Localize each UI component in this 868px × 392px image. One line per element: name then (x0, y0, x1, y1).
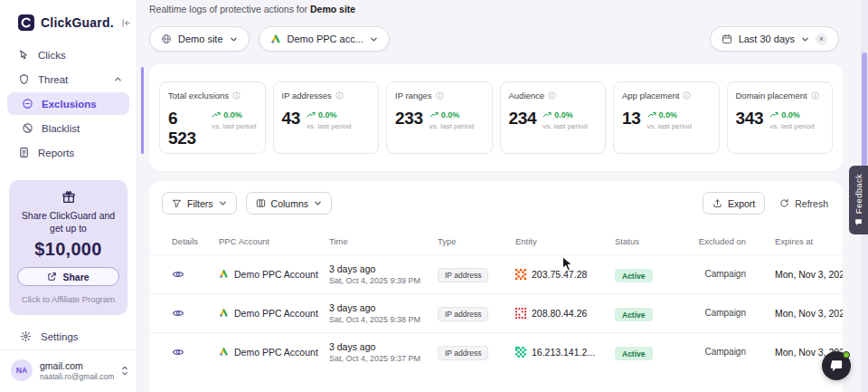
logo-row: ClickGuard. (0, 0, 137, 42)
columns-button[interactable]: Columns (246, 192, 332, 215)
col-header-ppc-account[interactable]: PPC Account (219, 236, 329, 246)
info-icon[interactable] (548, 91, 556, 100)
avatar: NA (11, 359, 33, 381)
trend-up-icon (307, 111, 316, 119)
export-icon (712, 198, 722, 208)
ppc-account-filter-pill[interactable]: Demo PPC acc... (259, 26, 390, 52)
date-range-label: Last 30 days (739, 33, 795, 44)
time-absolute: Sat, Oct 4, 2025 9:38 PM (329, 315, 438, 324)
account-switcher[interactable]: NA gmail.com naatali.ro@gmail.com (0, 349, 137, 392)
share-button[interactable]: Share (17, 267, 119, 286)
stat-vs-label: vs. last period (647, 122, 692, 130)
ban-icon (22, 122, 33, 134)
stat-delta-value: 0.0% (223, 110, 242, 120)
sidebar-item-exclusions[interactable]: Exclusions (7, 92, 129, 115)
sidebar-item-label: Blacklist (42, 123, 80, 134)
chevron-down-icon (314, 199, 322, 207)
stat-delta: 0.0% vs. last period (542, 109, 587, 130)
filter-pills-row: Demo site Demo PPC acc... Last 30 days (149, 26, 839, 52)
stat-value: 13 (622, 109, 641, 129)
stat-delta: 0.0% vs. last period (647, 109, 692, 130)
excluded-on-cell: Campaign (692, 269, 746, 279)
refresh-button-label: Refresh (795, 198, 828, 209)
type-badge: IP address (438, 346, 488, 360)
type-badge: IP address (438, 307, 488, 321)
stat-vs-label: vs. last period (307, 122, 351, 130)
ppc-account-cell: Demo PPC Account (219, 308, 329, 319)
col-header-entity[interactable]: Entity (515, 236, 615, 246)
info-icon[interactable] (232, 91, 241, 100)
settings-label: Settings (41, 331, 79, 342)
toolbar-right-group: Export Refresh (703, 192, 828, 215)
stat-vs-label: vs. last period (429, 122, 474, 130)
filters-button[interactable]: Filters (162, 192, 237, 215)
col-header-expires-at[interactable]: Expires at (746, 236, 834, 246)
site-filter-label: Demo site (178, 33, 223, 44)
stat-label: Audience (509, 91, 545, 100)
col-header-details[interactable]: Details (172, 236, 219, 246)
google-ads-icon (219, 347, 229, 357)
table-row: Demo PPC Account 3 days ago Sat, Oct 4, … (149, 254, 843, 293)
chat-widget-button[interactable] (822, 351, 851, 380)
affiliate-link[interactable]: Click to Affiliate Program (17, 294, 119, 304)
subtitle-text: Realtime logs of protective actions for (149, 4, 307, 14)
trend-up-icon (429, 111, 439, 119)
stat-label: IP ranges (395, 91, 432, 100)
exclusions-table-panel: Filters Columns Export Refresh (149, 181, 843, 392)
col-header-excluded-on[interactable]: Excluded on (692, 236, 746, 247)
stat-value: 234 (509, 109, 537, 129)
status-badge: Active (615, 308, 653, 321)
stat-value: 43 (282, 109, 301, 129)
refresh-icon (779, 198, 789, 208)
clear-date-icon[interactable]: × (816, 33, 827, 45)
time-cell: 3 days ago Sat, Oct 4, 2025 9:39 PM (329, 263, 438, 285)
chevron-up-down-icon (121, 366, 128, 376)
view-details-eye-icon[interactable] (172, 346, 184, 359)
export-button-label: Export (728, 198, 755, 209)
excluded-on-cell: Campaign (692, 308, 746, 318)
view-details-eye-icon[interactable] (172, 307, 184, 320)
brand-name: ClickGuard. (41, 15, 114, 30)
site-filter-pill[interactable]: Demo site (149, 26, 250, 52)
stat-card-total-exclusions: Total exclusions 6 523 0.0% vs. last per… (159, 81, 266, 154)
info-icon[interactable] (335, 91, 344, 100)
entity-value[interactable]: 203.75.47.28 (532, 269, 587, 280)
sidebar-item-label: Threat (38, 74, 68, 85)
collapse-sidebar-icon[interactable] (120, 17, 132, 29)
feedback-label: Feedback (854, 174, 863, 214)
chevron-down-icon (219, 199, 227, 207)
col-header-type[interactable]: Type (438, 236, 515, 246)
col-header-time[interactable]: Time (329, 236, 438, 246)
chevron-down-icon (230, 35, 238, 43)
sidebar-nav: Clicks Threat Exclusions (0, 42, 137, 166)
info-icon[interactable] (436, 91, 444, 100)
date-range-pill[interactable]: Last 30 days × (710, 26, 839, 52)
sidebar-item-threat[interactable]: Threat (7, 68, 129, 91)
entity-value[interactable]: 16.213.141.2... (532, 347, 595, 358)
stat-value: 6 523 (168, 109, 205, 148)
sidebar-item-clicks[interactable]: Clicks (7, 43, 129, 66)
stat-card-app-placement: App placement 13 0.0% vs. last period (613, 81, 720, 154)
ppc-account-name: Demo PPC Account (234, 347, 318, 358)
scrollbar-thumb[interactable] (862, 53, 867, 179)
stat-value: 343 (736, 109, 764, 129)
sidebar-spacer (0, 315, 137, 323)
feedback-tab[interactable]: Feedback (849, 166, 868, 234)
sidebar-item-blacklist[interactable]: Blacklist (7, 117, 129, 139)
status-badge: Active (615, 269, 653, 282)
stat-delta: 0.0% vs. last period (307, 109, 351, 130)
table-toolbar: Filters Columns Export Refresh (149, 181, 843, 224)
refresh-button[interactable]: Refresh (779, 198, 828, 209)
entity-value[interactable]: 208.80.44.26 (532, 308, 587, 319)
info-icon[interactable] (811, 91, 819, 100)
info-icon[interactable] (683, 91, 691, 100)
trend-up-icon (212, 111, 221, 119)
sidebar-item-settings[interactable]: Settings (0, 323, 137, 349)
sidebar-item-reports[interactable]: Reports (7, 141, 129, 164)
entity-cell: 16.213.141.2... (515, 347, 615, 358)
entity-cell: 208.80.44.26 (515, 308, 615, 319)
col-header-status[interactable]: Status (615, 236, 692, 246)
chevron-down-icon (801, 35, 809, 43)
view-details-eye-icon[interactable] (172, 268, 184, 281)
export-button[interactable]: Export (703, 192, 765, 215)
